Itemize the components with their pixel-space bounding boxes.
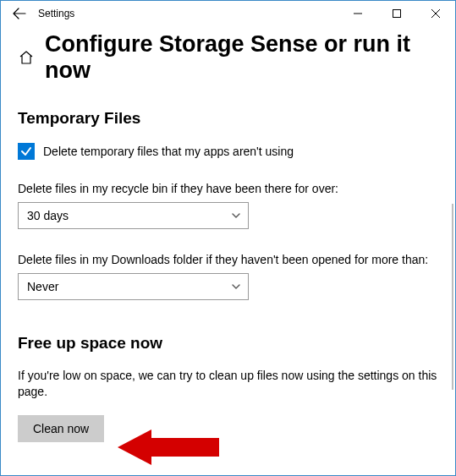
recycle-bin-label: Delete files in my recycle bin if they h…	[18, 182, 438, 195]
maximize-button[interactable]	[377, 1, 416, 26]
delete-temp-checkbox-row: Delete temporary files that my apps aren…	[18, 143, 438, 160]
back-arrow-icon	[13, 7, 26, 20]
maximize-icon	[393, 9, 401, 18]
downloads-value: Never	[27, 280, 58, 293]
settings-window: Settings Configure Storage Sense or run …	[0, 0, 456, 476]
free-up-heading: Free up space now	[18, 334, 438, 353]
clean-now-button[interactable]: Clean now	[18, 415, 104, 442]
minimize-button[interactable]	[338, 1, 377, 26]
delete-temp-checkbox[interactable]	[18, 143, 35, 160]
content-area: Configure Storage Sense or run it now Te…	[1, 26, 455, 475]
recycle-bin-value: 30 days	[27, 209, 69, 222]
svg-rect-1	[393, 10, 401, 18]
page-header: Configure Storage Sense or run it now	[18, 31, 438, 84]
window-title: Settings	[38, 8, 74, 19]
svg-marker-4	[118, 429, 219, 465]
chevron-down-icon	[231, 282, 241, 292]
minimize-icon	[354, 9, 362, 18]
page-title: Configure Storage Sense or run it now	[45, 31, 438, 84]
temporary-files-heading: Temporary Files	[18, 109, 438, 128]
close-button[interactable]	[416, 1, 455, 26]
titlebar: Settings	[1, 1, 455, 26]
free-up-body: If you're low on space, we can try to cl…	[18, 368, 438, 400]
check-icon	[20, 145, 32, 157]
recycle-bin-select[interactable]: 30 days	[18, 202, 249, 229]
back-button[interactable]	[8, 2, 31, 25]
scrollbar[interactable]	[452, 204, 453, 390]
downloads-label: Delete files in my Downloads folder if t…	[18, 253, 438, 266]
red-arrow-annotation-icon	[118, 426, 219, 468]
downloads-select[interactable]: Never	[18, 273, 249, 300]
home-icon	[18, 49, 35, 66]
close-icon	[431, 9, 440, 18]
window-controls	[338, 1, 455, 26]
chevron-down-icon	[231, 211, 241, 221]
delete-temp-label: Delete temporary files that my apps aren…	[43, 145, 294, 158]
